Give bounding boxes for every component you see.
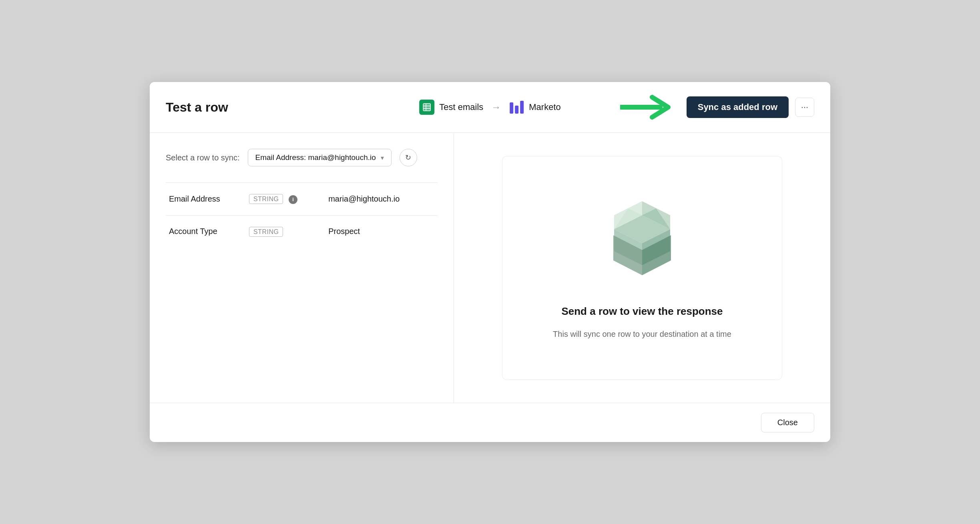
marketo-icon — [509, 100, 524, 115]
row-selector-dropdown[interactable]: Email Address: maria@hightouch.io ▾ — [248, 149, 392, 166]
source-item: Test emails — [419, 100, 483, 115]
modal-header: Test a row Test emails → — [150, 82, 830, 133]
refresh-button[interactable]: ↻ — [400, 149, 417, 166]
left-panel: Select a row to sync: Email Address: mar… — [150, 133, 454, 403]
green-arrow-icon — [620, 93, 676, 121]
spreadsheet-icon — [419, 100, 434, 115]
field-name-email: Email Address — [166, 183, 246, 216]
info-icon-email[interactable]: i — [289, 195, 297, 204]
right-panel: Send a row to view the response This wil… — [454, 133, 830, 403]
response-card: Send a row to view the response This wil… — [502, 156, 782, 380]
table-row: Email Address STRING i maria@hightouch.i… — [166, 183, 438, 216]
modal-container: Test a row Test emails → — [150, 82, 830, 442]
destination-item: Marketo — [509, 100, 560, 115]
chevron-down-icon: ▾ — [381, 154, 384, 162]
source-label: Test emails — [439, 102, 483, 112]
data-table: Email Address STRING i maria@hightouch.i… — [166, 182, 438, 247]
more-dots-icon: ··· — [801, 102, 808, 112]
box-illustration — [594, 197, 690, 293]
svg-rect-0 — [423, 104, 430, 111]
modal-footer: Close — [150, 403, 830, 442]
row-selector-row: Select a row to sync: Email Address: mar… — [166, 149, 438, 166]
field-type-cell-email: STRING i — [246, 183, 325, 216]
refresh-icon: ↻ — [405, 153, 411, 162]
dropdown-selected-value: Email Address: maria@hightouch.io — [255, 153, 376, 162]
modal-body: Select a row to sync: Email Address: mar… — [150, 133, 830, 403]
sync-button[interactable]: Sync as added row — [687, 96, 789, 118]
direction-arrow-icon: → — [491, 102, 501, 113]
destination-label: Marketo — [529, 102, 560, 112]
string-badge-email: STRING — [249, 194, 283, 204]
field-value-email: maria@hightouch.io — [325, 183, 438, 216]
response-title: Send a row to view the response — [561, 305, 723, 318]
close-button[interactable]: Close — [761, 413, 814, 432]
field-type-cell-account: STRING — [246, 215, 325, 247]
page-title: Test a row — [166, 100, 270, 115]
string-badge-account: STRING — [249, 227, 283, 237]
modal-overlay: Test a row Test emails → — [0, 0, 980, 524]
more-options-button[interactable]: ··· — [795, 98, 814, 117]
breadcrumb: Test emails → Marketo — [419, 100, 561, 115]
response-subtitle: This will sync one row to your destinati… — [553, 330, 731, 339]
row-selector-label: Select a row to sync: — [166, 153, 240, 162]
field-value-account-type: Prospect — [325, 215, 438, 247]
header-actions: Sync as added row ··· — [620, 93, 814, 121]
field-name-account-type: Account Type — [166, 215, 246, 247]
table-row: Account Type STRING Prospect — [166, 215, 438, 247]
